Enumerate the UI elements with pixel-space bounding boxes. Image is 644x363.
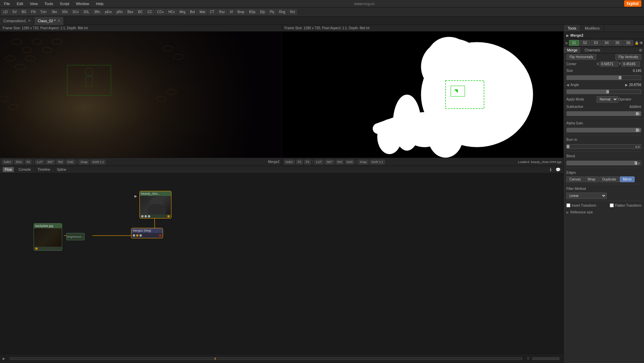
- tool-ccv[interactable]: CCv: [155, 9, 165, 15]
- angle-thumb[interactable]: [606, 90, 609, 93]
- merge2-output-ports: [159, 234, 161, 237]
- tool-rsz[interactable]: Rsz: [217, 9, 227, 15]
- tool-rct[interactable]: Rct: [288, 9, 297, 15]
- spline-tab[interactable]: Spline: [55, 167, 68, 172]
- menu-window[interactable]: Window: [75, 1, 90, 6]
- port-dot-2: [145, 215, 147, 217]
- subtractive-label: Subtractive: [566, 105, 583, 109]
- size-thumb[interactable]: [619, 76, 621, 79]
- filter-method-select[interactable]: Linear Nearest Box Gaussian: [566, 193, 607, 199]
- tool-3cn[interactable]: 3Cn: [71, 9, 81, 15]
- menu-help[interactable]: Help: [94, 1, 105, 6]
- menu-bar: File Edit View Tools Script Window Help …: [0, 0, 644, 7]
- s5-btn[interactable]: S5: [612, 40, 622, 46]
- tool-cc[interactable]: CC: [146, 9, 154, 15]
- s4-btn[interactable]: S4: [602, 40, 612, 46]
- tool-prn[interactable]: pRn: [115, 9, 125, 15]
- tool-bsp[interactable]: BSp: [247, 9, 257, 15]
- panel-tab-tools[interactable]: Tools: [564, 25, 581, 32]
- flow-tab[interactable]: Flow: [3, 167, 14, 172]
- menu-file[interactable]: File: [3, 1, 11, 6]
- s1-btn[interactable]: S1: [569, 40, 579, 46]
- burn-in-thumb[interactable]: [567, 145, 569, 148]
- angle-slider-row: [564, 88, 644, 95]
- tab-close-class02[interactable]: ✕: [57, 19, 60, 23]
- angle-left-arrow[interactable]: ◀: [566, 83, 569, 87]
- tool-3lm[interactable]: 3lm: [50, 9, 59, 15]
- left-viewer-canvas[interactable]: [0, 32, 282, 158]
- s3-btn[interactable]: S3: [591, 40, 601, 46]
- invert-transform-checkbox[interactable]: [566, 203, 570, 207]
- s2-btn[interactable]: S2: [580, 40, 590, 46]
- tool-bol[interactable]: Bol: [188, 9, 197, 15]
- tool-xf[interactable]: Xf: [228, 9, 235, 15]
- node-graph[interactable]: beauty_clos...: [0, 173, 563, 363]
- tool-txt[interactable]: Txt+: [38, 9, 49, 15]
- merge-tab[interactable]: Merge: [564, 47, 581, 53]
- tool-blur[interactable]: Blur: [125, 9, 135, 15]
- s6-btn[interactable]: S6: [623, 40, 633, 46]
- panel-tab-modifiers[interactable]: Modifiers: [581, 25, 604, 32]
- tool-ply[interactable]: Ply: [268, 9, 276, 15]
- scrubber-bar[interactable]: [10, 357, 522, 360]
- tool-3rn[interactable]: 3Rn: [92, 9, 102, 15]
- flip-v-btn[interactable]: Flip Vertically: [615, 54, 641, 60]
- tab-class02[interactable]: Class_02 * ✕: [34, 17, 64, 25]
- node-brightness[interactable]: BrightnessC...: [66, 233, 85, 240]
- canvas-btn[interactable]: Canvas: [566, 176, 584, 182]
- wrap-btn[interactable]: Wrap: [585, 176, 599, 182]
- tab-composition1[interactable]: Composition1 ✕: [0, 17, 34, 25]
- edges-buttons: Canvas Wrap Duplicate Mirror: [564, 176, 644, 183]
- channels-tab[interactable]: Channels: [581, 47, 603, 53]
- center-x-input[interactable]: [600, 62, 618, 67]
- svg-point-35: [147, 204, 166, 214]
- tool-mat[interactable]: Mat: [198, 9, 207, 15]
- alpha-gain-label: Alpha Gain: [566, 121, 597, 125]
- menu-script[interactable]: Script: [58, 1, 71, 6]
- tool-rng[interactable]: Rng: [277, 9, 287, 15]
- connections-svg: [0, 173, 563, 363]
- tool-ld[interactable]: LD: [1, 9, 10, 15]
- right-viewer-canvas[interactable]: [282, 32, 564, 158]
- angle-slider[interactable]: [566, 89, 641, 94]
- tool-bg[interactable]: BG: [19, 9, 28, 15]
- menu-view[interactable]: View: [29, 1, 39, 6]
- flatten-transform-label[interactable]: Flatten Transform: [610, 203, 641, 207]
- apply-mode-label: Apply Mode: [566, 97, 597, 101]
- tool-bmp[interactable]: Bmp: [235, 9, 246, 15]
- alpha-gain-slider[interactable]: 1.0: [566, 128, 641, 132]
- tool-elp[interactable]: Elp: [258, 9, 267, 15]
- tool-3sl[interactable]: 3SL: [81, 9, 91, 15]
- timeline-tab[interactable]: Timeline: [36, 167, 52, 172]
- console-tab[interactable]: Console: [16, 167, 33, 172]
- tool-ct[interactable]: CT: [208, 9, 216, 15]
- node-beauty-close[interactable]: beauty_clos...: [139, 191, 171, 218]
- center-y-input[interactable]: [621, 62, 640, 67]
- node-backplate[interactable]: backplate.jpg: [34, 223, 62, 251]
- tool-3sh[interactable]: 3Sh: [60, 9, 70, 15]
- size-slider[interactable]: [566, 75, 641, 80]
- mirror-btn[interactable]: Mirror: [620, 176, 635, 182]
- duplicate-btn[interactable]: Duplicate: [599, 176, 619, 182]
- node-merge2[interactable]: Merge2 (Mrg): [131, 228, 163, 238]
- burn-in-slider[interactable]: 0.0: [566, 144, 641, 149]
- tab-close-composition1[interactable]: ✕: [28, 19, 31, 23]
- tool-fn[interactable]: FN: [29, 9, 38, 15]
- invert-transform-label[interactable]: Invert Transform: [566, 203, 596, 207]
- blend-slider[interactable]: 1.0: [566, 161, 641, 165]
- eye-icon[interactable]: 👁: [639, 41, 643, 45]
- tool-hcv[interactable]: HCv: [166, 9, 177, 15]
- frame-range[interactable]: [532, 357, 559, 360]
- merge-settings-icon[interactable]: ⚙: [637, 48, 644, 52]
- tool-mrg[interactable]: Mrg: [177, 9, 187, 15]
- tool-sv[interactable]: SV: [10, 9, 19, 15]
- flatten-transform-checkbox[interactable]: [610, 203, 614, 207]
- menu-tools[interactable]: Tools: [43, 1, 54, 6]
- apply-mode-select[interactable]: Normal Screen Multiply: [597, 96, 618, 103]
- mix-slider[interactable]: 1.0: [566, 111, 641, 116]
- tool-bc[interactable]: BC: [136, 9, 145, 15]
- flip-h-btn[interactable]: Flip Horizontally: [566, 54, 596, 60]
- node-name: Merge2: [570, 33, 583, 37]
- menu-edit[interactable]: Edit: [15, 1, 25, 6]
- tool-pem[interactable]: pEm: [103, 9, 114, 15]
